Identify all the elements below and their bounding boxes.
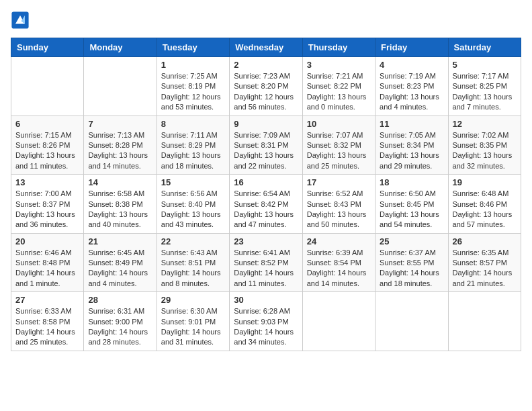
calendar-cell: 16Sunrise: 6:54 AM Sunset: 8:42 PM Dayli… xyxy=(230,175,302,234)
day-info: Sunrise: 7:23 AM Sunset: 8:20 PM Dayligh… xyxy=(234,71,298,113)
calendar-cell: 30Sunrise: 6:28 AM Sunset: 9:03 PM Dayli… xyxy=(230,292,302,351)
day-info: Sunrise: 6:37 AM Sunset: 8:55 PM Dayligh… xyxy=(380,248,443,289)
day-number: 6 xyxy=(15,119,79,129)
calendar-cell: 12Sunrise: 7:02 AM Sunset: 8:35 PM Dayli… xyxy=(448,116,521,175)
day-info: Sunrise: 6:46 AM Sunset: 8:48 PM Dayligh… xyxy=(15,248,79,289)
day-info: Sunrise: 7:19 AM Sunset: 8:23 PM Dayligh… xyxy=(380,71,443,113)
day-number: 12 xyxy=(453,119,517,129)
calendar-cell: 10Sunrise: 7:07 AM Sunset: 8:32 PM Dayli… xyxy=(302,116,375,175)
calendar-week-4: 20Sunrise: 6:46 AM Sunset: 8:48 PM Dayli… xyxy=(11,233,521,292)
calendar-cell xyxy=(302,292,375,351)
calendar-cell xyxy=(375,292,448,351)
day-info: Sunrise: 6:30 AM Sunset: 9:01 PM Dayligh… xyxy=(161,306,225,348)
calendar-cell: 29Sunrise: 6:30 AM Sunset: 9:01 PM Dayli… xyxy=(157,292,229,351)
calendar-cell: 15Sunrise: 6:56 AM Sunset: 8:40 PM Dayli… xyxy=(157,175,229,234)
day-info: Sunrise: 6:39 AM Sunset: 8:54 PM Dayligh… xyxy=(307,248,371,289)
calendar-cell: 19Sunrise: 6:48 AM Sunset: 8:46 PM Dayli… xyxy=(448,175,521,234)
calendar-cell: 2Sunrise: 7:23 AM Sunset: 8:20 PM Daylig… xyxy=(230,57,302,116)
day-number: 29 xyxy=(161,295,225,305)
day-info: Sunrise: 6:28 AM Sunset: 9:03 PM Dayligh… xyxy=(234,306,298,348)
calendar-cell: 1Sunrise: 7:25 AM Sunset: 8:19 PM Daylig… xyxy=(157,57,229,116)
day-number: 22 xyxy=(161,236,225,246)
calendar-cell: 27Sunrise: 6:33 AM Sunset: 8:58 PM Dayli… xyxy=(11,292,84,351)
calendar-week-1: 1Sunrise: 7:25 AM Sunset: 8:19 PM Daylig… xyxy=(11,57,521,116)
day-info: Sunrise: 6:52 AM Sunset: 8:43 PM Dayligh… xyxy=(307,189,371,230)
day-info: Sunrise: 6:33 AM Sunset: 8:58 PM Dayligh… xyxy=(15,306,79,348)
day-header-wednesday: Wednesday xyxy=(230,38,302,57)
day-info: Sunrise: 6:45 AM Sunset: 8:49 PM Dayligh… xyxy=(88,248,152,289)
day-header-tuesday: Tuesday xyxy=(157,38,229,57)
day-info: Sunrise: 7:02 AM Sunset: 8:35 PM Dayligh… xyxy=(453,130,517,172)
day-number: 1 xyxy=(161,60,225,70)
calendar-cell: 26Sunrise: 6:35 AM Sunset: 8:57 PM Dayli… xyxy=(448,233,521,292)
day-number: 27 xyxy=(15,295,79,305)
calendar-cell: 11Sunrise: 7:05 AM Sunset: 8:34 PM Dayli… xyxy=(375,116,448,175)
day-info: Sunrise: 7:05 AM Sunset: 8:34 PM Dayligh… xyxy=(380,130,443,172)
day-number: 10 xyxy=(307,119,371,129)
day-info: Sunrise: 7:11 AM Sunset: 8:29 PM Dayligh… xyxy=(161,130,225,172)
day-info: Sunrise: 7:21 AM Sunset: 8:22 PM Dayligh… xyxy=(307,71,371,113)
day-number: 5 xyxy=(453,60,517,70)
day-header-thursday: Thursday xyxy=(302,38,375,57)
day-number: 4 xyxy=(380,60,443,70)
calendar-cell: 14Sunrise: 6:58 AM Sunset: 8:38 PM Dayli… xyxy=(84,175,157,234)
day-number: 30 xyxy=(234,295,298,305)
calendar-cell: 18Sunrise: 6:50 AM Sunset: 8:45 PM Dayli… xyxy=(375,175,448,234)
day-header-sunday: Sunday xyxy=(11,38,84,57)
day-info: Sunrise: 6:31 AM Sunset: 9:00 PM Dayligh… xyxy=(88,306,152,348)
calendar-cell: 3Sunrise: 7:21 AM Sunset: 8:22 PM Daylig… xyxy=(302,57,375,116)
calendar-cell: 5Sunrise: 7:17 AM Sunset: 8:25 PM Daylig… xyxy=(448,57,521,116)
day-number: 26 xyxy=(453,236,517,246)
day-info: Sunrise: 6:43 AM Sunset: 8:51 PM Dayligh… xyxy=(161,248,225,289)
day-number: 2 xyxy=(234,60,298,70)
day-number: 24 xyxy=(307,236,371,246)
calendar-cell: 9Sunrise: 7:09 AM Sunset: 8:31 PM Daylig… xyxy=(230,116,302,175)
day-info: Sunrise: 7:07 AM Sunset: 8:32 PM Dayligh… xyxy=(307,130,371,172)
day-number: 25 xyxy=(380,236,443,246)
day-number: 14 xyxy=(88,177,152,187)
day-header-saturday: Saturday xyxy=(448,38,521,57)
calendar-header-row: SundayMondayTuesdayWednesdayThursdayFrid… xyxy=(11,38,521,57)
day-number: 28 xyxy=(88,295,152,305)
calendar-cell: 6Sunrise: 7:15 AM Sunset: 8:26 PM Daylig… xyxy=(11,116,84,175)
calendar-cell: 13Sunrise: 7:00 AM Sunset: 8:37 PM Dayli… xyxy=(11,175,84,234)
day-number: 8 xyxy=(161,119,225,129)
day-number: 20 xyxy=(15,236,79,246)
day-info: Sunrise: 7:17 AM Sunset: 8:25 PM Dayligh… xyxy=(453,71,517,113)
day-number: 23 xyxy=(234,236,298,246)
day-info: Sunrise: 7:00 AM Sunset: 8:37 PM Dayligh… xyxy=(15,189,79,230)
calendar-cell: 22Sunrise: 6:43 AM Sunset: 8:51 PM Dayli… xyxy=(157,233,229,292)
day-info: Sunrise: 7:25 AM Sunset: 8:19 PM Dayligh… xyxy=(161,71,225,113)
day-info: Sunrise: 7:13 AM Sunset: 8:28 PM Dayligh… xyxy=(88,130,152,172)
calendar-cell: 4Sunrise: 7:19 AM Sunset: 8:23 PM Daylig… xyxy=(375,57,448,116)
calendar-table: SundayMondayTuesdayWednesdayThursdayFrid… xyxy=(11,38,521,351)
day-number: 13 xyxy=(15,177,79,187)
day-number: 21 xyxy=(88,236,152,246)
day-info: Sunrise: 6:48 AM Sunset: 8:46 PM Dayligh… xyxy=(453,189,517,230)
day-number: 17 xyxy=(307,177,371,187)
day-number: 11 xyxy=(380,119,443,129)
calendar-cell: 25Sunrise: 6:37 AM Sunset: 8:55 PM Dayli… xyxy=(375,233,448,292)
day-info: Sunrise: 6:35 AM Sunset: 8:57 PM Dayligh… xyxy=(453,248,517,289)
page-header xyxy=(11,11,521,30)
day-info: Sunrise: 6:54 AM Sunset: 8:42 PM Dayligh… xyxy=(234,189,298,230)
calendar-week-2: 6Sunrise: 7:15 AM Sunset: 8:26 PM Daylig… xyxy=(11,116,521,175)
day-number: 15 xyxy=(161,177,225,187)
calendar-week-3: 13Sunrise: 7:00 AM Sunset: 8:37 PM Dayli… xyxy=(11,175,521,234)
day-info: Sunrise: 6:56 AM Sunset: 8:40 PM Dayligh… xyxy=(161,189,225,230)
logo-icon xyxy=(11,11,30,30)
calendar-cell: 21Sunrise: 6:45 AM Sunset: 8:49 PM Dayli… xyxy=(84,233,157,292)
day-header-monday: Monday xyxy=(84,38,157,57)
day-info: Sunrise: 7:15 AM Sunset: 8:26 PM Dayligh… xyxy=(15,130,79,172)
calendar-cell xyxy=(84,57,157,116)
day-number: 16 xyxy=(234,177,298,187)
calendar-cell: 24Sunrise: 6:39 AM Sunset: 8:54 PM Dayli… xyxy=(302,233,375,292)
day-number: 7 xyxy=(88,119,152,129)
calendar-cell: 17Sunrise: 6:52 AM Sunset: 8:43 PM Dayli… xyxy=(302,175,375,234)
logo xyxy=(11,11,32,30)
day-number: 18 xyxy=(380,177,443,187)
day-number: 3 xyxy=(307,60,371,70)
day-info: Sunrise: 6:50 AM Sunset: 8:45 PM Dayligh… xyxy=(380,189,443,230)
day-header-friday: Friday xyxy=(375,38,448,57)
calendar-cell: 28Sunrise: 6:31 AM Sunset: 9:00 PM Dayli… xyxy=(84,292,157,351)
